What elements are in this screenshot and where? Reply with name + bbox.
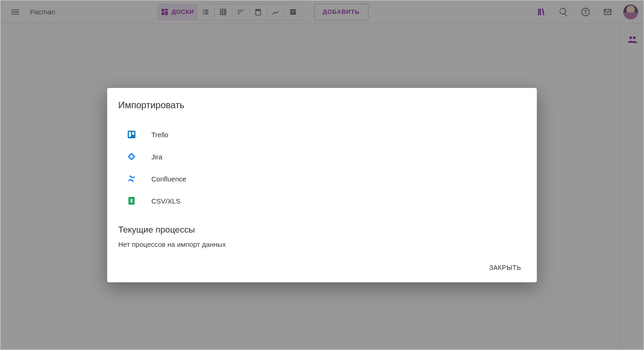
import-option-label: Confluence: [151, 175, 186, 183]
import-options-list: Trello Jira Confluence: [118, 123, 526, 212]
import-dialog: Импортировать Trello Jira: [107, 88, 537, 282]
modal-overlay[interactable]: Импортировать Trello Jira: [0, 0, 644, 350]
jira-icon: [126, 152, 137, 162]
svg-rect-2: [132, 132, 134, 135]
import-option-csv[interactable]: CSV/XLS: [118, 190, 526, 212]
processes-heading: Текущие процессы: [118, 225, 526, 235]
trello-icon: [126, 129, 137, 140]
dialog-title: Импортировать: [118, 100, 526, 111]
import-option-jira[interactable]: Jira: [118, 146, 526, 168]
close-button[interactable]: ЗАКРЫТЬ: [484, 260, 526, 275]
import-option-label: Jira: [151, 153, 162, 161]
processes-empty-text: Нет процессов на импорт данных: [118, 240, 526, 248]
sheets-icon: [126, 196, 137, 206]
svg-rect-0: [128, 131, 136, 139]
import-option-confluence[interactable]: Confluence: [118, 168, 526, 190]
import-option-trello[interactable]: Trello: [118, 123, 526, 146]
confluence-icon: [126, 174, 137, 184]
svg-rect-1: [129, 132, 131, 137]
import-option-label: Trello: [151, 131, 168, 139]
import-option-label: CSV/XLS: [151, 197, 180, 205]
dialog-actions: ЗАКРЫТЬ: [118, 260, 526, 275]
